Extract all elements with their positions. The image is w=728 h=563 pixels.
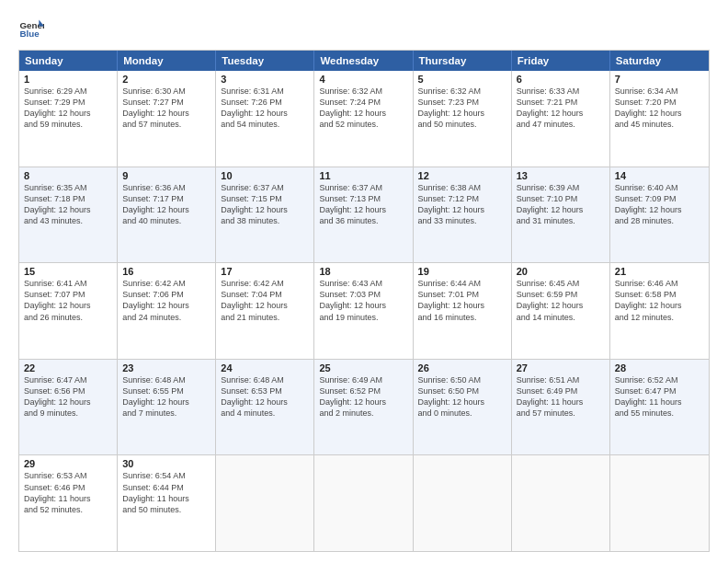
cell-info-line: Daylight: 12 hours [24, 108, 112, 119]
cell-info-line: Sunset: 7:06 PM [122, 289, 210, 300]
header-cell-monday: Monday [118, 51, 216, 71]
calendar-body: 1Sunrise: 6:29 AMSunset: 7:29 PMDaylight… [19, 71, 709, 551]
calendar-row-3: 15Sunrise: 6:41 AMSunset: 7:07 PMDayligh… [19, 263, 709, 360]
day-cell-29: 29Sunrise: 6:53 AMSunset: 6:46 PMDayligh… [19, 455, 118, 551]
cell-info-line: Sunrise: 6:37 AM [319, 182, 407, 193]
cell-info-line: Sunrise: 6:42 AM [122, 278, 210, 289]
day-cell-9: 9Sunrise: 6:36 AMSunset: 7:17 PMDaylight… [118, 167, 216, 263]
day-number: 28 [615, 362, 704, 373]
cell-info-line: and 33 minutes. [418, 215, 506, 226]
cell-info-line: and 19 minutes. [319, 312, 407, 323]
day-number: 26 [418, 362, 506, 373]
cell-info-line: Sunrise: 6:49 AM [319, 374, 407, 385]
cell-info-line: Sunrise: 6:36 AM [122, 182, 210, 193]
day-number: 23 [122, 362, 210, 373]
cell-info-line: Daylight: 12 hours [221, 396, 309, 408]
cell-info-line: Sunrise: 6:51 AM [517, 374, 605, 385]
empty-cell [216, 455, 314, 551]
cell-info-line: Daylight: 12 hours [24, 396, 112, 408]
cell-info-line: Sunset: 7:15 PM [221, 193, 309, 204]
cell-info-line: Daylight: 11 hours [122, 493, 210, 504]
cell-info-line: and 21 minutes. [221, 312, 309, 323]
cell-info-line: and 28 minutes. [615, 215, 704, 226]
page-header: General Blue [18, 15, 710, 40]
cell-info-line: Sunrise: 6:41 AM [24, 278, 112, 289]
day-cell-6: 6Sunrise: 6:33 AMSunset: 7:21 PMDaylight… [512, 71, 610, 167]
cell-info-line: Daylight: 12 hours [615, 204, 704, 215]
day-number: 18 [319, 266, 407, 277]
cell-info-line: Daylight: 12 hours [615, 108, 704, 119]
cell-info-line: and 43 minutes. [24, 215, 112, 226]
cell-info-line: Sunset: 6:49 PM [517, 385, 605, 396]
cell-info-line: Daylight: 12 hours [122, 300, 210, 311]
cell-info-line: Sunrise: 6:40 AM [615, 182, 704, 193]
cell-info-line: and 0 minutes. [418, 408, 506, 419]
day-cell-27: 27Sunrise: 6:51 AMSunset: 6:49 PMDayligh… [512, 360, 610, 455]
cell-info-line: Sunset: 6:46 PM [24, 482, 112, 493]
cell-info-line: Sunrise: 6:31 AM [221, 86, 309, 97]
cell-info-line: Sunrise: 6:48 AM [122, 374, 210, 385]
cell-info-line: Sunset: 7:04 PM [221, 289, 309, 300]
day-cell-23: 23Sunrise: 6:48 AMSunset: 6:55 PMDayligh… [118, 360, 216, 455]
day-cell-20: 20Sunrise: 6:45 AMSunset: 6:59 PMDayligh… [512, 263, 610, 359]
day-cell-22: 22Sunrise: 6:47 AMSunset: 6:56 PMDayligh… [19, 360, 118, 455]
day-number: 7 [615, 74, 704, 85]
day-cell-7: 7Sunrise: 6:34 AMSunset: 7:20 PMDaylight… [610, 71, 709, 167]
cell-info-line: Daylight: 12 hours [319, 396, 407, 408]
cell-info-line: Daylight: 12 hours [122, 204, 210, 215]
cell-info-line: Sunset: 7:10 PM [517, 193, 605, 204]
svg-text:Blue: Blue [19, 29, 40, 39]
calendar-row-4: 22Sunrise: 6:47 AMSunset: 6:56 PMDayligh… [19, 360, 709, 456]
day-cell-25: 25Sunrise: 6:49 AMSunset: 6:52 PMDayligh… [314, 360, 413, 455]
day-number: 16 [122, 266, 210, 277]
cell-info-line: and 50 minutes. [418, 119, 506, 130]
day-cell-11: 11Sunrise: 6:37 AMSunset: 7:13 PMDayligh… [314, 167, 413, 263]
cell-info-line: Sunset: 7:09 PM [615, 193, 704, 204]
day-number: 19 [418, 266, 506, 277]
day-number: 20 [517, 266, 605, 277]
day-number: 3 [221, 74, 309, 85]
day-number: 21 [615, 266, 704, 277]
cell-info-line: Sunset: 7:13 PM [319, 193, 407, 204]
cell-info-line: Sunset: 6:44 PM [122, 482, 210, 493]
cell-info-line: Sunrise: 6:44 AM [418, 278, 506, 289]
cell-info-line: Daylight: 12 hours [517, 300, 605, 311]
cell-info-line: and 36 minutes. [319, 215, 407, 226]
day-number: 4 [319, 74, 407, 85]
day-cell-4: 4Sunrise: 6:32 AMSunset: 7:24 PMDaylight… [314, 71, 413, 167]
cell-info-line: and 4 minutes. [221, 408, 309, 419]
day-number: 5 [418, 74, 506, 85]
day-cell-19: 19Sunrise: 6:44 AMSunset: 7:01 PMDayligh… [414, 263, 512, 359]
cell-info-line: Sunset: 7:21 PM [517, 97, 605, 108]
cell-info-line: and 26 minutes. [24, 312, 112, 323]
cell-info-line: Sunrise: 6:39 AM [517, 182, 605, 193]
cell-info-line: and 52 minutes. [319, 119, 407, 130]
day-cell-17: 17Sunrise: 6:42 AMSunset: 7:04 PMDayligh… [216, 263, 314, 359]
day-number: 2 [122, 74, 210, 85]
cell-info-line: and 31 minutes. [517, 215, 605, 226]
cell-info-line: Daylight: 11 hours [517, 396, 605, 408]
cell-info-line: Sunset: 7:27 PM [122, 97, 210, 108]
day-cell-3: 3Sunrise: 6:31 AMSunset: 7:26 PMDaylight… [216, 71, 314, 167]
day-number: 30 [122, 458, 210, 469]
cell-info-line: Sunrise: 6:35 AM [24, 182, 112, 193]
day-cell-24: 24Sunrise: 6:48 AMSunset: 6:53 PMDayligh… [216, 360, 314, 455]
cell-info-line: Daylight: 12 hours [221, 204, 309, 215]
cell-info-line: Sunset: 6:55 PM [122, 385, 210, 396]
header-cell-wednesday: Wednesday [314, 51, 413, 71]
cell-info-line: Sunset: 7:24 PM [319, 97, 407, 108]
cell-info-line: Sunrise: 6:53 AM [24, 470, 112, 481]
header-cell-saturday: Saturday [610, 51, 709, 71]
cell-info-line: Sunset: 6:56 PM [24, 385, 112, 396]
day-cell-30: 30Sunrise: 6:54 AMSunset: 6:44 PMDayligh… [118, 455, 216, 551]
cell-info-line: and 24 minutes. [122, 312, 210, 323]
cell-info-line: and 57 minutes. [517, 408, 605, 419]
day-number: 25 [319, 362, 407, 373]
cell-info-line: Sunrise: 6:33 AM [517, 86, 605, 97]
cell-info-line: Sunrise: 6:34 AM [615, 86, 704, 97]
day-cell-10: 10Sunrise: 6:37 AMSunset: 7:15 PMDayligh… [216, 167, 314, 263]
day-number: 10 [221, 170, 309, 181]
day-cell-1: 1Sunrise: 6:29 AMSunset: 7:29 PMDaylight… [19, 71, 118, 167]
cell-info-line: and 14 minutes. [517, 312, 605, 323]
day-cell-26: 26Sunrise: 6:50 AMSunset: 6:50 PMDayligh… [414, 360, 512, 455]
